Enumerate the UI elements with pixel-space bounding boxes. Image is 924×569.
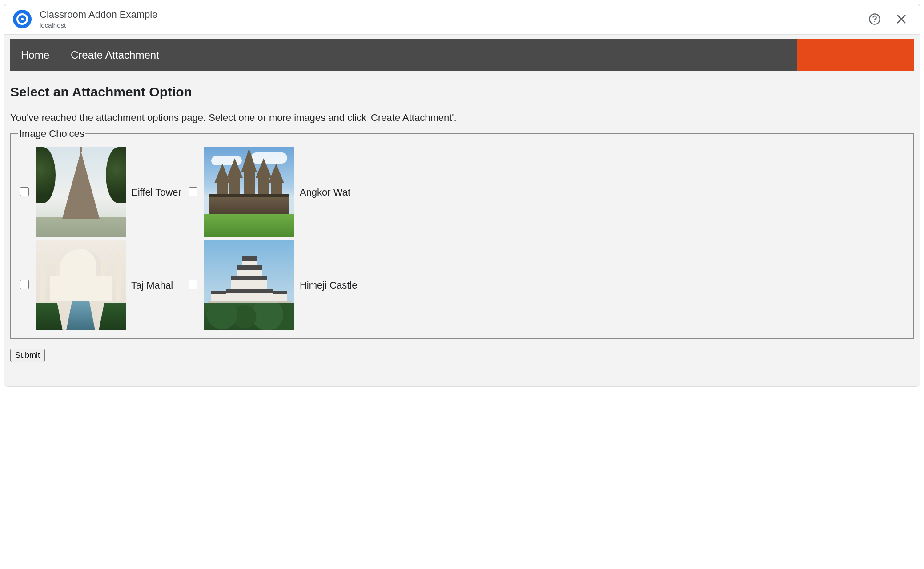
horizontal-rule: [10, 377, 914, 377]
page-description: You've reached the attachment options pa…: [10, 112, 914, 124]
header-actions: [867, 11, 909, 27]
thumbnail-himeji-castle: [204, 240, 294, 330]
checkbox-angkor-wat[interactable]: [189, 187, 197, 196]
app-logo-icon: [13, 10, 32, 28]
navbar: Home Create Attachment: [10, 39, 914, 71]
checkbox-eiffel-tower[interactable]: [20, 187, 29, 196]
label-angkor-wat: Angkor Wat: [297, 146, 360, 239]
help-icon[interactable]: [867, 11, 883, 27]
checkbox-himeji-castle[interactable]: [189, 280, 197, 289]
svg-point-1: [874, 21, 875, 22]
dialog-subtitle: localhost: [40, 21, 860, 30]
image-choices-fieldset: Image Choices Eiffel Tower: [10, 128, 914, 339]
thumbnail-eiffel-tower: [36, 147, 126, 237]
dialog-title: Classroom Addon Example: [40, 8, 860, 21]
label-himeji-castle: Himeji Castle: [297, 239, 360, 332]
submit-button[interactable]: Submit: [10, 349, 45, 362]
dialog-body: Home Create Attachment Select an Attachm…: [4, 35, 920, 386]
table-row: Taj Mahal Himeji Castle: [16, 239, 360, 332]
thumbnail-taj-mahal: [36, 240, 126, 330]
header-titles: Classroom Addon Example localhost: [40, 8, 860, 30]
label-taj-mahal: Taj Mahal: [129, 239, 184, 332]
dialog-header: Classroom Addon Example localhost: [4, 4, 920, 35]
nav-accent: [797, 39, 914, 71]
nav-create-attachment[interactable]: Create Attachment: [60, 39, 170, 71]
image-choices-legend: Image Choices: [18, 128, 85, 140]
addon-dialog: Classroom Addon Example localhost Home: [4, 4, 920, 387]
label-eiffel-tower: Eiffel Tower: [129, 146, 184, 239]
image-choices-table: Eiffel Tower Angkor Wat: [16, 146, 360, 332]
checkbox-taj-mahal[interactable]: [20, 280, 29, 289]
close-icon[interactable]: [893, 11, 909, 27]
table-row: Eiffel Tower Angkor Wat: [16, 146, 360, 239]
nav-home[interactable]: Home: [10, 39, 60, 71]
thumbnail-angkor-wat: [204, 147, 294, 237]
page-title: Select an Attachment Option: [10, 84, 914, 100]
